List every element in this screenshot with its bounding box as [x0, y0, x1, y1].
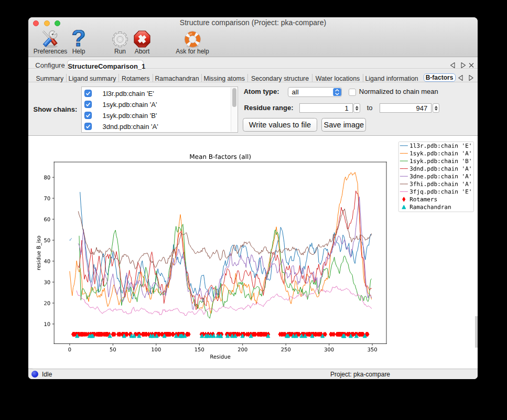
- svg-text:?: ?: [72, 30, 86, 49]
